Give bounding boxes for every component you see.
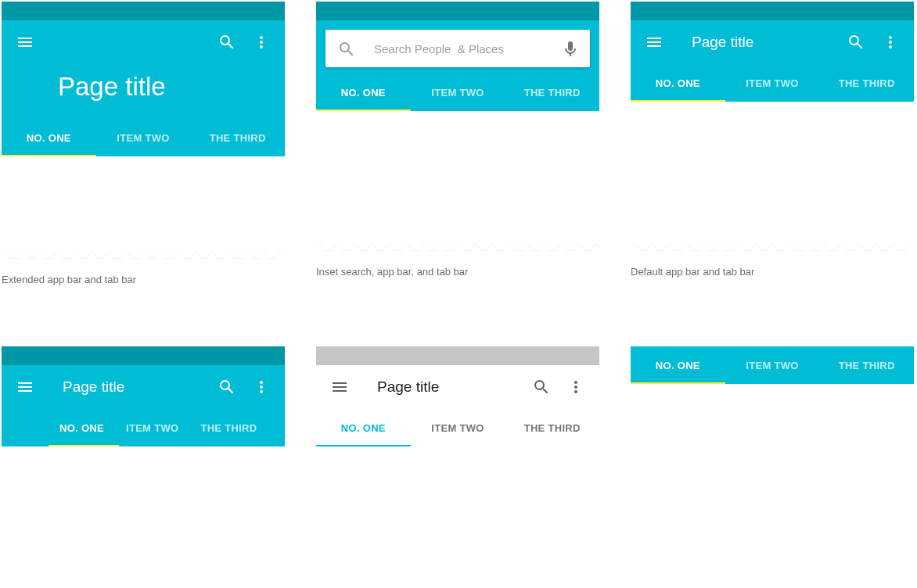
tab-two[interactable]: ITEM TWO — [725, 64, 820, 102]
caption: Default app bar and tab bar — [631, 266, 914, 278]
tab-one[interactable]: NO. ONE — [2, 119, 96, 156]
tab-one[interactable]: NO. ONE — [631, 64, 725, 102]
example-extended: Page title NO. ONE ITEM TWO THE THIRD Ex… — [2, 2, 285, 285]
tab-bar-scrollable[interactable]: NO. ONE ITEM TWO THE THIRD — [2, 409, 285, 446]
tab-three[interactable]: THE THIRD — [819, 346, 914, 384]
tab-bar: NO. ONE ITEM TWO THE THIRD — [631, 346, 914, 384]
more-vert-icon[interactable] — [566, 378, 585, 396]
more-vert-icon[interactable] — [252, 378, 271, 396]
tab-bar: NO. ONE ITEM TWO THE THIRD — [2, 119, 285, 156]
caption: Extended app bar and tab bar — [2, 274, 285, 285]
menu-icon[interactable] — [16, 33, 34, 52]
search-bar — [316, 20, 599, 74]
menu-icon[interactable] — [645, 33, 663, 52]
content — [2, 446, 285, 586]
tab-two[interactable]: ITEM TWO — [411, 409, 505, 446]
search-icon[interactable] — [218, 378, 236, 396]
content — [631, 102, 914, 241]
tab-indicator — [631, 382, 725, 384]
tab-two[interactable]: ITEM TWO — [96, 119, 191, 156]
menu-icon[interactable] — [330, 378, 349, 396]
tab-two[interactable]: ITEM TWO — [725, 346, 820, 384]
example-locked-tabs: NO. ONE ITEM TWO THE THIRD Tab bar locke… — [631, 346, 914, 588]
example-inset-search: NO. ONE ITEM TWO THE THIRD Inset search,… — [316, 2, 599, 285]
search-icon[interactable] — [847, 33, 865, 52]
status-bar — [2, 346, 285, 365]
more-vert-icon[interactable] — [252, 33, 271, 52]
tab-two[interactable]: ITEM TWO — [411, 74, 505, 111]
toolbar: Page title — [631, 20, 914, 64]
toolbar: Page title — [2, 365, 285, 409]
tab-one[interactable]: NO. ONE — [49, 409, 115, 446]
content — [631, 384, 914, 586]
mic-icon[interactable] — [560, 39, 579, 58]
status-bar — [631, 2, 914, 20]
toolbar: Page title — [316, 365, 599, 409]
tab-bar: NO. ONE ITEM TWO THE THIRD — [316, 74, 599, 111]
page-title: Page title — [377, 378, 529, 396]
example-default: Page title NO. ONE ITEM TWO THE THIRD De… — [631, 2, 914, 285]
content — [316, 111, 599, 241]
content — [316, 446, 599, 586]
tab-indicator — [316, 445, 411, 446]
search-card[interactable] — [325, 30, 590, 67]
search-input[interactable] — [374, 42, 560, 56]
example-scrollable-tabs: Page title NO. ONE ITEM TWO THE THIRD De… — [2, 346, 285, 588]
search-icon[interactable] — [336, 39, 355, 58]
status-bar — [316, 2, 599, 20]
tab-three[interactable]: THE THIRD — [505, 409, 599, 446]
tab-bar: NO. ONE ITEM TWO THE THIRD — [316, 409, 599, 446]
menu-icon[interactable] — [16, 378, 34, 396]
tab-two[interactable]: ITEM TWO — [115, 409, 189, 446]
tab-indicator — [49, 445, 119, 446]
page-title: Page title — [63, 378, 214, 396]
tab-three[interactable]: THE THIRD — [819, 64, 914, 102]
tab-one[interactable]: NO. ONE — [316, 409, 411, 446]
page-title: Page title — [692, 34, 843, 51]
tab-three[interactable]: THE THIRD — [189, 409, 268, 446]
search-icon[interactable] — [218, 33, 236, 52]
tab-one[interactable]: NO. ONE — [631, 346, 725, 384]
tab-one[interactable]: NO. ONE — [316, 74, 411, 111]
search-icon[interactable] — [532, 378, 551, 396]
status-bar — [316, 346, 599, 365]
example-text-color: Page title NO. ONE ITEM TWO THE THIRD Te… — [316, 346, 599, 588]
tab-indicator — [631, 100, 725, 102]
page-title: Page title — [58, 72, 228, 102]
caption: Inset search, app bar, and tab bar — [316, 266, 599, 278]
tab-indicator — [316, 109, 411, 111]
tab-indicator — [2, 155, 96, 156]
more-vert-icon[interactable] — [881, 33, 900, 52]
content — [2, 156, 285, 249]
tab-three[interactable]: THE THIRD — [190, 119, 285, 156]
status-bar — [2, 2, 285, 20]
toolbar — [2, 20, 285, 64]
tab-three[interactable]: THE THIRD — [505, 74, 599, 111]
tab-bar: NO. ONE ITEM TWO THE THIRD — [631, 64, 914, 102]
